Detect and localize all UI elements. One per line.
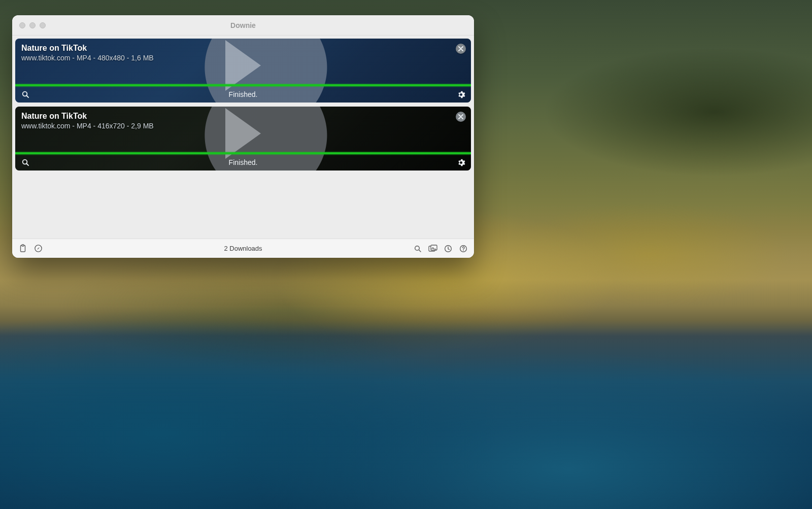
history-button[interactable]: [442, 243, 455, 255]
download-status: Finished.: [15, 158, 471, 166]
help-icon: [459, 245, 467, 253]
photos-icon: [428, 245, 438, 252]
svg-point-13: [463, 250, 464, 251]
download-item[interactable]: Nature on TikTok www.tiktok.com - MP4 - …: [15, 39, 471, 103]
desktop-wallpaper: Downie Nature on TikTok www.tiktok.com -…: [0, 0, 812, 509]
zoom-window-button[interactable]: [40, 22, 46, 28]
download-item[interactable]: Nature on TikTok www.tiktok.com - MP4 - …: [15, 107, 471, 171]
paste-url-button[interactable]: [16, 243, 29, 255]
clock-icon: [444, 245, 452, 253]
clipboard-icon: [19, 244, 27, 253]
remove-download-button[interactable]: [456, 44, 466, 54]
downie-window: Downie Nature on TikTok www.tiktok.com -…: [12, 15, 474, 258]
search-icon: [414, 245, 422, 253]
close-icon: [458, 46, 463, 51]
media-library-button[interactable]: [426, 243, 439, 255]
download-title: Nature on TikTok: [21, 44, 452, 53]
download-title: Nature on TikTok: [21, 112, 452, 121]
close-icon: [458, 114, 463, 119]
download-count: 2 Downloads: [12, 245, 474, 252]
open-browser-button[interactable]: [31, 243, 45, 255]
search-button[interactable]: [411, 243, 424, 255]
compass-icon: [34, 244, 43, 253]
close-window-button[interactable]: [19, 22, 25, 28]
download-status: Finished.: [15, 90, 471, 98]
window-controls: [19, 22, 46, 28]
minimize-window-button[interactable]: [29, 22, 36, 28]
svg-rect-5: [22, 245, 24, 246]
download-meta: www.tiktok.com - MP4 - 416x720 - 2,9 MB: [21, 122, 452, 130]
titlebar[interactable]: Downie: [12, 15, 474, 36]
svg-line-8: [419, 250, 421, 252]
footer-toolbar: 2 Downloads: [12, 239, 474, 258]
help-button[interactable]: [457, 243, 470, 255]
download-meta: www.tiktok.com - MP4 - 480x480 - 1,6 MB: [21, 54, 452, 62]
remove-download-button[interactable]: [456, 112, 466, 122]
app-title: Downie: [12, 21, 474, 29]
downloads-list: Nature on TikTok www.tiktok.com - MP4 - …: [12, 36, 474, 239]
